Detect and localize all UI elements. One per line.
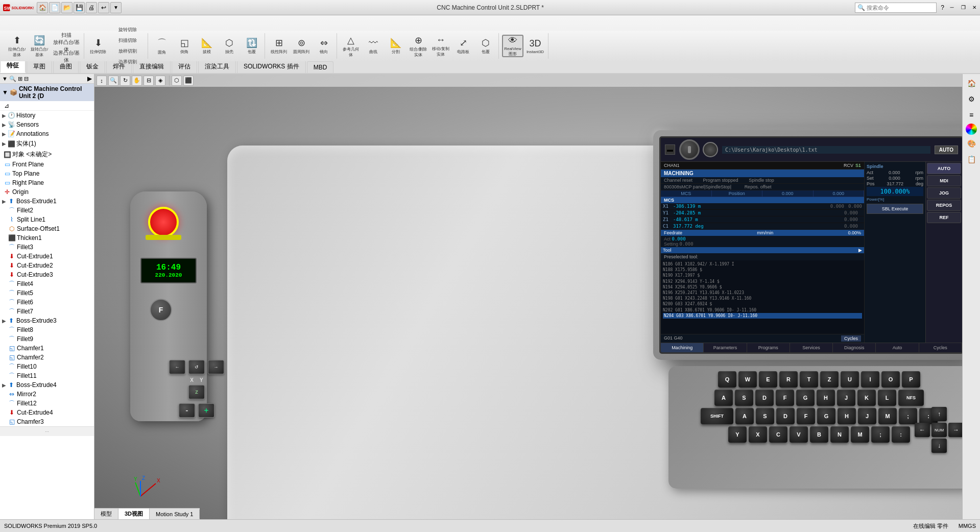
tree-item-solid[interactable]: ▶ ⬛ 实体(1) bbox=[0, 138, 94, 149]
mirror-btn[interactable]: ⇔ 镜向 bbox=[313, 35, 334, 57]
key-colon2[interactable]: : bbox=[892, 426, 910, 443]
sidebar-home-icon[interactable]: 🏠 bbox=[964, 76, 978, 90]
key-g2[interactable]: G bbox=[817, 408, 835, 424]
cnc-tab-auto[interactable]: Auto bbox=[876, 343, 919, 352]
draft-btn[interactable]: 📐 拔模 bbox=[196, 35, 218, 57]
key-n[interactable]: N bbox=[830, 426, 849, 443]
tree-item-cut3[interactable]: ⬇ Cut-Extrude3 bbox=[0, 270, 94, 279]
wrap-body-btn[interactable]: ⬡ 包覆 bbox=[475, 35, 496, 57]
main-viewport[interactable]: 16:49 220.2020 F ← ↺ → X Y Z bbox=[94, 74, 980, 519]
boundary-btn[interactable]: 边界凸台/基体 bbox=[51, 52, 82, 62]
panel-expand-icon[interactable]: ▶ bbox=[87, 75, 92, 82]
tab-sheetmetal[interactable]: 钣金 bbox=[80, 60, 105, 73]
wrap-btn[interactable]: 🔃 包覆 bbox=[241, 35, 262, 57]
view-corner-btn[interactable]: ⬡ bbox=[172, 76, 182, 86]
key-j[interactable]: J bbox=[837, 390, 855, 406]
cut-extrude-btn[interactable]: ⬇ 拉伸切除 bbox=[87, 35, 109, 57]
nav-down-btn[interactable]: ↓ bbox=[931, 439, 947, 453]
nav-num-btn[interactable]: NUM bbox=[931, 423, 947, 437]
cycles-btn[interactable]: Cycles bbox=[841, 335, 861, 342]
tree-item-fillet5[interactable]: ⌒ Fillet5 bbox=[0, 288, 94, 298]
combine-btn[interactable]: ⊕ 组合/删除实体 bbox=[408, 35, 429, 57]
cnc-btn-round[interactable] bbox=[703, 142, 718, 157]
key-h[interactable]: H bbox=[817, 390, 835, 406]
view-zoom-btn[interactable]: 🔍 bbox=[108, 76, 118, 86]
tab-model[interactable]: 模型 bbox=[94, 509, 118, 519]
tree-item-right-plane[interactable]: ▭ Right Plane bbox=[0, 178, 94, 187]
redo-dropdown[interactable]: ▼ bbox=[110, 2, 122, 13]
tree-item-fillet8[interactable]: ⌒ Fillet8 bbox=[0, 325, 94, 334]
key-semi2[interactable]: ; bbox=[871, 426, 890, 443]
key-v[interactable]: V bbox=[790, 426, 808, 443]
new-btn[interactable]: 📄 bbox=[49, 2, 60, 13]
key-z[interactable]: Z bbox=[820, 371, 839, 388]
pendant-btn-1[interactable]: ← bbox=[169, 360, 185, 374]
view-section-btn[interactable]: ⊟ bbox=[144, 76, 154, 86]
view-pan-btn[interactable]: ✋ bbox=[132, 76, 142, 86]
sidebar-layers-icon[interactable]: ≡ bbox=[964, 108, 978, 122]
tree-root-item[interactable]: ▼ 📦 CNC Machine Control Unit 2 (D bbox=[0, 84, 94, 101]
key-d[interactable]: D bbox=[755, 390, 774, 406]
key-g[interactable]: G bbox=[796, 390, 815, 406]
tab-3dview[interactable]: 3D视图 bbox=[118, 509, 150, 519]
tree-item-cut4[interactable]: ⬇ Cut-Extrude4 bbox=[0, 408, 94, 417]
tree-item-fillet12[interactable]: ⌒ Fillet12 bbox=[0, 399, 94, 408]
cnc-tab-parameters[interactable]: Parameters bbox=[704, 343, 747, 352]
curves-btn[interactable]: 〰 曲线 bbox=[363, 35, 384, 57]
tree-item-thicken1[interactable]: ⬛ Thicken1 bbox=[0, 233, 94, 243]
key-q[interactable]: Q bbox=[718, 371, 736, 388]
tree-item-splitline1[interactable]: ⌇ Split Line1 bbox=[0, 215, 94, 224]
chamfer-btn[interactable]: ◱ 倒角 bbox=[174, 35, 195, 57]
move-face-btn[interactable]: ↔ 移动/复制实体 bbox=[430, 35, 451, 57]
tree-item-chamfer1[interactable]: ◱ Chamfer1 bbox=[0, 344, 94, 353]
tree-item-boss4[interactable]: ▶ ⬆ Boss-Extrude4 bbox=[0, 380, 94, 390]
view-perspective-btn[interactable]: ⬛ bbox=[183, 76, 194, 86]
tree-item-fillet3[interactable]: ⌒ Fillet3 bbox=[0, 243, 94, 252]
tree-item-sensors[interactable]: ▶ 📡 Sensors bbox=[0, 120, 94, 129]
tab-plugins[interactable]: SOLIDWORKS 插件 bbox=[237, 60, 306, 73]
cnc-rotary-knob[interactable] bbox=[679, 139, 700, 160]
sidebar-color-wheel-icon[interactable] bbox=[966, 124, 977, 135]
key-p[interactable]: P bbox=[902, 371, 920, 388]
fillet-btn[interactable]: ⌒ 圆角 bbox=[151, 35, 173, 57]
open-btn[interactable]: 📂 bbox=[61, 2, 73, 13]
extrude-btn[interactable]: ⬆ 拉伸凸台/基体 bbox=[6, 35, 28, 57]
tree-item-surface-offset[interactable]: ⬡ Surface-Offset1 bbox=[0, 224, 94, 233]
key-a2[interactable]: A bbox=[735, 408, 754, 424]
instant3d-toggle[interactable]: 📐 分割 bbox=[385, 35, 407, 57]
key-i[interactable]: I bbox=[861, 371, 879, 388]
loft-cut-btn[interactable]: 放样切割 bbox=[110, 46, 146, 57]
save-btn[interactable]: 💾 bbox=[74, 2, 85, 13]
cnc-tab-diagnosis[interactable]: Diagnosis bbox=[833, 343, 876, 352]
restore-btn[interactable]: ❐ bbox=[958, 3, 968, 13]
nav-up-btn[interactable]: ↑ bbox=[931, 407, 947, 421]
key-nfs[interactable]: NFS bbox=[898, 390, 924, 406]
view-rotate-btn[interactable]: ↻ bbox=[120, 76, 130, 86]
tab-render[interactable]: 渲染工具 bbox=[198, 60, 236, 73]
key-j2[interactable]: J bbox=[858, 408, 876, 424]
key-f2[interactable]: F bbox=[797, 408, 815, 424]
key-t[interactable]: T bbox=[800, 371, 818, 388]
sbl-execute-btn[interactable]: SBL Execute bbox=[867, 204, 923, 214]
key-u[interactable]: U bbox=[841, 371, 859, 388]
key-w[interactable]: W bbox=[738, 371, 757, 388]
mode-auto-btn[interactable]: AUTO bbox=[927, 163, 961, 174]
tree-item-origin[interactable]: ✛ Origin bbox=[0, 187, 94, 197]
sidebar-settings-icon[interactable]: ⚙ bbox=[964, 92, 978, 106]
tree-item-cut2[interactable]: ⬇ Cut-Extrude2 bbox=[0, 261, 94, 270]
cnc-tab-services[interactable]: Services bbox=[790, 343, 833, 352]
tree-item-mirror2[interactable]: ⇔ Mirror2 bbox=[0, 390, 94, 399]
cnc-tab-programs[interactable]: Programs bbox=[747, 343, 790, 352]
key-d2[interactable]: D bbox=[776, 408, 795, 424]
cnc-toggle-1[interactable]: ▬ bbox=[665, 144, 675, 155]
ref-geometry-btn[interactable]: △ 参考几何体 bbox=[340, 35, 362, 57]
key-k[interactable]: K bbox=[857, 390, 876, 406]
search-box[interactable]: 🔍 bbox=[855, 3, 937, 13]
undo-btn[interactable]: ↩ bbox=[98, 2, 109, 13]
z-label-btn[interactable]: Z bbox=[188, 385, 205, 399]
revolve-btn[interactable]: 🔄 旋转凸台/基体 bbox=[29, 35, 50, 57]
revolve-cut-btn[interactable]: 旋转切除 bbox=[110, 25, 146, 35]
tree-item-fillet7[interactable]: ⌒ Fillet7 bbox=[0, 307, 94, 316]
key-l[interactable]: L bbox=[878, 390, 896, 406]
pendant-btn-2[interactable]: ↺ bbox=[188, 360, 205, 374]
